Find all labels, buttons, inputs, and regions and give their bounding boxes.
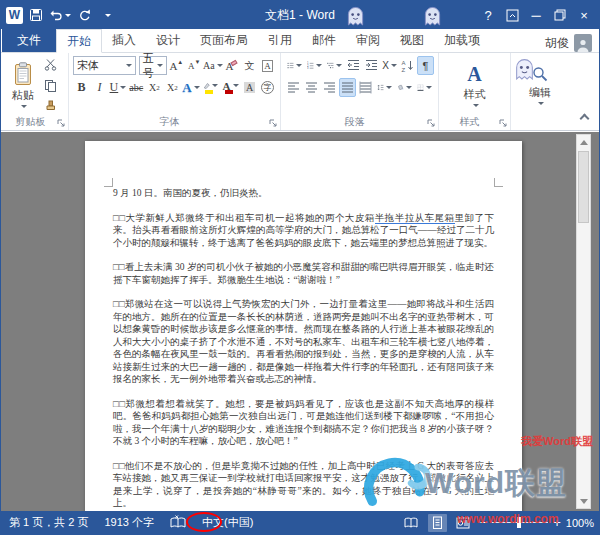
- tab-5[interactable]: 引用: [258, 29, 302, 52]
- save-icon: [29, 8, 43, 22]
- show-hide-marks-button[interactable]: ¶: [417, 56, 434, 75]
- tab-6[interactable]: 邮件: [302, 29, 346, 52]
- font-family-arrow: [126, 64, 132, 67]
- vertical-scrollbar[interactable]: [576, 134, 591, 509]
- zoom-in-button[interactable]: +: [553, 516, 561, 529]
- character-border-button[interactable]: A: [259, 56, 276, 75]
- zoom-controls: − + 100%: [480, 516, 594, 529]
- sort-button[interactable]: AZ: [399, 56, 416, 75]
- document-area[interactable]: 9 月 10 日。南国的夏夜，仍旧炎热。□□大学新鲜人郑微终于和出租车司机一起将…: [1, 132, 599, 511]
- format-painter-button[interactable]: [42, 97, 59, 116]
- styles-letter-icon: A: [467, 63, 481, 85]
- align-right-icon: [323, 81, 336, 94]
- word-logo-icon[interactable]: W: [6, 7, 23, 24]
- text-effects-button[interactable]: A: [182, 78, 200, 97]
- tab-8[interactable]: 视图: [390, 29, 434, 52]
- scroll-down-button[interactable]: [577, 494, 590, 508]
- paste-button[interactable]: 粘贴: [7, 59, 39, 111]
- decrease-indent-button[interactable]: [345, 56, 362, 75]
- close-button[interactable]: ×: [572, 4, 596, 26]
- change-case-button[interactable]: Aa: [204, 56, 222, 75]
- undo-button[interactable]: [49, 5, 71, 25]
- page[interactable]: 9 月 10 日。南国的夏夜，仍旧炎热。□□大学新鲜人郑微终于和出租车司机一起将…: [85, 141, 522, 511]
- grow-font-button[interactable]: A▲: [168, 56, 185, 75]
- page-indicator[interactable]: 第 1 页，共 2 页: [9, 515, 88, 530]
- italic-button[interactable]: I: [91, 78, 108, 97]
- align-right-button[interactable]: [321, 78, 338, 97]
- tab-2[interactable]: 插入: [102, 29, 146, 52]
- superscript-button[interactable]: X2: [164, 78, 181, 97]
- phonetic-guide-button[interactable]: 文: [241, 56, 258, 75]
- collapse-ribbon-button[interactable]: [577, 112, 591, 124]
- numbering-button[interactable]: 123: [305, 56, 324, 75]
- font-dialog-launcher[interactable]: [269, 119, 278, 128]
- borders-button[interactable]: [415, 78, 434, 97]
- font-size-select[interactable]: 五号: [139, 56, 167, 75]
- line-spacing-button[interactable]: [375, 78, 394, 97]
- paragraph[interactable]: □□大学新鲜人郑微终于和出租车司机一起将她的两个大皮箱半拖半拉从车尾箱里卸了下来…: [113, 212, 494, 250]
- group-paragraph: 123 X AZ ¶: [281, 53, 439, 130]
- align-left-button[interactable]: [285, 78, 302, 97]
- paragraph[interactable]: □□他们不是不放心的，但是毕竟拗不过她的任性，加上高中时已经考上 G 大的表哥答…: [113, 460, 494, 510]
- enclose-characters-button[interactable]: 字: [259, 78, 276, 97]
- shrink-font-button[interactable]: A▼: [186, 56, 203, 75]
- font-group-label: 字体: [69, 115, 270, 129]
- web-layout-button[interactable]: [454, 514, 473, 532]
- print-layout-button[interactable]: [428, 514, 447, 532]
- tab-4[interactable]: 页面布局: [190, 29, 258, 52]
- dialog-launcher-icon: [57, 119, 66, 128]
- scrollbar-thumb[interactable]: [578, 151, 589, 223]
- highlight-button[interactable]: [201, 78, 220, 97]
- document-text[interactable]: 9 月 10 日。南国的夏夜，仍旧炎热。□□大学新鲜人郑微终于和出租车司机一起将…: [113, 187, 494, 511]
- underline-button[interactable]: U: [109, 78, 127, 97]
- styles-gallery-button[interactable]: A 样式: [453, 60, 497, 110]
- restore-button[interactable]: [548, 4, 572, 26]
- asian-layout-button[interactable]: X: [381, 56, 398, 75]
- paragraph[interactable]: □□郑微站在这一可以说得上气势恢宏的大门外，一边打量着这里——她即将战斗和生活四…: [113, 298, 494, 386]
- distribute-button[interactable]: [357, 78, 374, 97]
- font-family-select[interactable]: 宋体: [73, 56, 136, 75]
- tab-1[interactable]: 开始: [56, 29, 102, 53]
- paragraph[interactable]: □□郑微想着想着就笑了。她想，要是被妈妈看见了，应该也是这副不知天高地厚的模样吧…: [113, 398, 494, 448]
- paragraph[interactable]: 9 月 10 日。南国的夏夜，仍旧炎热。: [113, 187, 494, 200]
- paragraph-dialog-launcher[interactable]: [427, 119, 436, 128]
- zoom-out-button[interactable]: −: [480, 516, 488, 529]
- bold-button[interactable]: B: [73, 78, 90, 97]
- styles-dialog-launcher[interactable]: [499, 119, 508, 128]
- minimize-button[interactable]: ─: [524, 4, 548, 26]
- justify-button[interactable]: [339, 78, 356, 97]
- word-count[interactable]: 1913 个字: [104, 515, 154, 530]
- paragraph[interactable]: □□看上去未满 30 岁的司机小伙子被她的小恶魔笑容和甜甜的嘴巴哄得眉开眼笑，临…: [113, 261, 494, 286]
- character-shading-button[interactable]: A: [241, 78, 258, 97]
- save-button[interactable]: [26, 5, 46, 25]
- read-mode-button[interactable]: [402, 514, 421, 532]
- tab-7[interactable]: 审阅: [346, 29, 390, 52]
- strikethrough-button[interactable]: abc: [128, 78, 145, 97]
- scroll-up-button[interactable]: [577, 135, 590, 149]
- copy-button[interactable]: [42, 76, 59, 95]
- ribbon-display-options-button[interactable]: [500, 4, 524, 26]
- clear-formatting-button[interactable]: A: [223, 56, 240, 75]
- qat-customize-button[interactable]: [97, 5, 117, 25]
- clipboard-dialog-launcher[interactable]: [57, 119, 66, 128]
- tab-9[interactable]: 加载项: [434, 29, 490, 52]
- bullets-button[interactable]: [285, 56, 304, 75]
- cut-button[interactable]: [42, 55, 59, 74]
- shading-button[interactable]: [395, 78, 414, 97]
- font-color-button[interactable]: A: [221, 78, 240, 97]
- increase-indent-button[interactable]: [363, 56, 380, 75]
- editing-menu-button[interactable]: 编辑: [517, 62, 563, 108]
- zoom-level[interactable]: 100%: [566, 517, 594, 529]
- tab-file[interactable]: 文件: [2, 28, 56, 52]
- zoom-slider[interactable]: [492, 517, 548, 528]
- subscript-button[interactable]: X2: [146, 78, 163, 97]
- align-center-button[interactable]: [303, 78, 320, 97]
- ribbon-display-icon: [506, 9, 519, 22]
- redo-button[interactable]: [74, 5, 94, 25]
- zoom-slider-thumb[interactable]: [517, 517, 521, 528]
- account-area[interactable]: 胡俊: [545, 34, 599, 52]
- tab-3[interactable]: 设计: [146, 29, 190, 52]
- proofing-status-button[interactable]: [170, 515, 186, 530]
- help-button[interactable]: ?: [476, 4, 500, 26]
- multilevel-list-button[interactable]: [325, 56, 344, 75]
